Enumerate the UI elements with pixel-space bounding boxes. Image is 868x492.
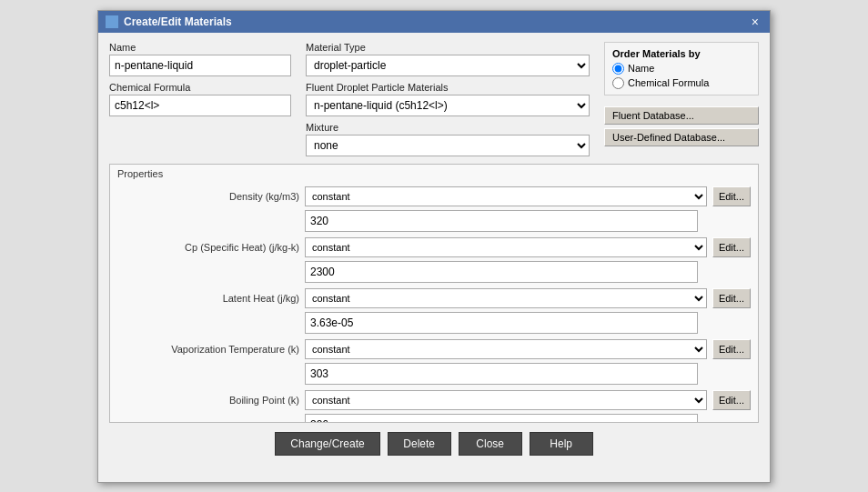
order-by-formula-label: Chemical Formula [628, 77, 709, 88]
mixture-label: Mixture [306, 122, 590, 133]
order-by-title: Order Materials by [612, 48, 751, 59]
vaporization-temp-label: Vaporization Temperature (k) [117, 344, 299, 355]
boiling-point-edit-button[interactable]: Edit... [712, 390, 751, 410]
chem-formula-input[interactable] [109, 95, 291, 116]
title-bar-left: Create/Edit Materials [106, 15, 232, 28]
top-row: Name Chemical Formula Material Type drop… [109, 42, 759, 156]
material-type-label: Material Type [306, 42, 590, 53]
cp-method-row: Cp (Specific Heat) (j/kg-k) constant Edi… [117, 237, 751, 257]
boiling-point-value-input[interactable] [305, 414, 698, 422]
latent-heat-method-select[interactable]: constant [305, 288, 707, 308]
order-radio-group: Name Chemical Formula [612, 63, 751, 89]
help-button[interactable]: Help [530, 432, 593, 456]
boiling-point-method-row: Boiling Point (k) constant Edit... [117, 390, 751, 410]
material-type-group: Material Type droplet-particle [306, 42, 590, 76]
properties-title: Properties [110, 165, 758, 181]
left-column: Name Chemical Formula [109, 42, 291, 156]
cp-label: Cp (Specific Heat) (j/kg-k) [117, 242, 299, 253]
boiling-point-label: Boiling Point (k) [117, 395, 299, 406]
order-by-formula-option[interactable]: Chemical Formula [612, 77, 751, 89]
density-method-select[interactable]: constant [305, 186, 707, 206]
fluent-droplet-group: Fluent Droplet Particle Materials n-pent… [306, 82, 590, 116]
density-label: Density (kg/m3) [117, 191, 299, 202]
title-bar: Create/Edit Materials × [98, 11, 770, 33]
density-value-row [117, 210, 751, 232]
cp-value-row [117, 261, 751, 283]
material-type-select[interactable]: droplet-particle [306, 55, 590, 76]
fluent-droplet-select[interactable]: n-pentane-liquid (c5h12<l>) [306, 95, 590, 116]
vaporization-temp-method-row: Vaporization Temperature (k) constant Ed… [117, 339, 751, 359]
density-value-input[interactable] [305, 210, 698, 232]
name-label: Name [109, 42, 291, 53]
name-field-group: Name [109, 42, 291, 76]
order-by-name-label: Name [628, 63, 654, 74]
properties-content[interactable]: Density (kg/m3) constant Edit... Cp (Spe… [110, 181, 758, 422]
cp-method-select[interactable]: constant [305, 237, 707, 257]
properties-section: Properties Density (kg/m3) constant Edit… [109, 164, 759, 423]
dialog-title: Create/Edit Materials [124, 15, 232, 28]
order-by-box: Order Materials by Name Chemical Formula [604, 42, 759, 95]
dialog-body: Name Chemical Formula Material Type drop… [98, 33, 770, 472]
cp-edit-button[interactable]: Edit... [712, 237, 751, 257]
mixture-group: Mixture none [306, 122, 590, 156]
vaporization-temp-method-select[interactable]: constant [305, 339, 707, 359]
latent-heat-label: Latent Heat (j/kg) [117, 293, 299, 304]
name-input[interactable] [109, 55, 291, 76]
app-icon [106, 15, 118, 28]
close-button[interactable]: Close [459, 432, 522, 456]
mixture-select[interactable]: none [306, 135, 590, 156]
cp-value-input[interactable] [305, 261, 698, 283]
order-by-formula-radio[interactable] [612, 77, 624, 89]
close-window-button[interactable]: × [748, 15, 762, 28]
bottom-action-buttons: Change/Create Delete Close Help [109, 423, 759, 463]
user-defined-database-button[interactable]: User-Defined Database... [604, 128, 759, 146]
boiling-point-method-select[interactable]: constant [305, 390, 707, 410]
order-by-name-option[interactable]: Name [612, 63, 751, 75]
latent-heat-value-row [117, 312, 751, 334]
chem-formula-label: Chemical Formula [109, 82, 291, 93]
latent-heat-method-row: Latent Heat (j/kg) constant Edit... [117, 288, 751, 308]
change-create-button[interactable]: Change/Create [275, 432, 379, 456]
chem-formula-field-group: Chemical Formula [109, 82, 291, 116]
vaporization-temp-edit-button[interactable]: Edit... [712, 339, 751, 359]
density-edit-button[interactable]: Edit... [712, 186, 751, 206]
fluent-database-button[interactable]: Fluent Database... [604, 106, 759, 125]
delete-button[interactable]: Delete [388, 432, 451, 456]
boiling-point-value-row [117, 414, 751, 422]
vaporization-temp-value-row [117, 363, 751, 385]
right-column: Order Materials by Name Chemical Formula [604, 42, 759, 156]
latent-heat-value-input[interactable] [305, 312, 698, 334]
create-edit-materials-dialog: Create/Edit Materials × Name Chemical Fo… [97, 10, 771, 483]
database-buttons: Fluent Database... User-Defined Database… [604, 106, 759, 146]
middle-column: Material Type droplet-particle Fluent Dr… [306, 42, 590, 156]
latent-heat-edit-button[interactable]: Edit... [712, 288, 751, 308]
order-by-name-radio[interactable] [612, 63, 624, 75]
density-method-row: Density (kg/m3) constant Edit... [117, 186, 751, 206]
vaporization-temp-value-input[interactable] [305, 363, 698, 385]
fluent-droplet-label: Fluent Droplet Particle Materials [306, 82, 590, 93]
